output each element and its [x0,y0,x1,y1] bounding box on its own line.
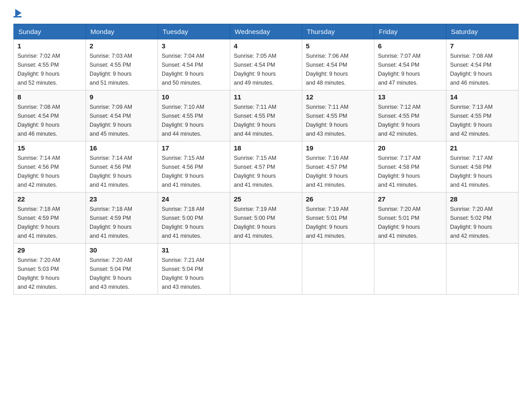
day-number: 20 [378,144,442,152]
calendar-cell: 23Sunrise: 7:18 AMSunset: 4:59 PMDayligh… [86,193,158,244]
day-info: Sunrise: 7:19 AMSunset: 5:01 PMDaylight:… [306,205,370,240]
calendar-cell: 18Sunrise: 7:15 AMSunset: 4:57 PMDayligh… [230,141,302,193]
calendar-cell: 16Sunrise: 7:14 AMSunset: 4:56 PMDayligh… [86,141,158,193]
day-info: Sunrise: 7:05 AMSunset: 4:54 PMDaylight:… [234,51,298,87]
calendar-cell: 22Sunrise: 7:18 AMSunset: 4:59 PMDayligh… [14,193,86,244]
calendar-cell: 13Sunrise: 7:12 AMSunset: 4:55 PMDayligh… [374,90,446,141]
calendar-table: SundayMondayTuesdayWednesdayThursdayFrid… [13,24,519,295]
calendar-cell: 2Sunrise: 7:03 AMSunset: 4:55 PMDaylight… [86,39,158,90]
calendar-cell: 11Sunrise: 7:11 AMSunset: 4:55 PMDayligh… [230,90,302,141]
day-info: Sunrise: 7:15 AMSunset: 4:57 PMDaylight:… [234,154,298,189]
calendar-cell: 14Sunrise: 7:13 AMSunset: 4:55 PMDayligh… [446,90,519,141]
day-number: 1 [17,42,82,50]
calendar-cell: 10Sunrise: 7:10 AMSunset: 4:55 PMDayligh… [158,90,230,141]
day-number: 3 [162,42,226,50]
calendar-cell: 7Sunrise: 7:08 AMSunset: 4:54 PMDaylight… [446,39,519,90]
calendar-cell [302,244,374,295]
day-info: Sunrise: 7:11 AMSunset: 4:55 PMDaylight:… [306,103,370,138]
calendar-cell: 25Sunrise: 7:19 AMSunset: 5:00 PMDayligh… [230,193,302,244]
day-number: 24 [162,195,226,203]
day-info: Sunrise: 7:18 AMSunset: 4:59 PMDaylight:… [17,205,82,240]
day-info: Sunrise: 7:20 AMSunset: 5:01 PMDaylight:… [378,205,442,240]
day-number: 30 [90,246,154,254]
day-number: 12 [306,93,370,101]
calendar-cell: 4Sunrise: 7:05 AMSunset: 4:54 PMDaylight… [230,39,302,90]
calendar-cell: 21Sunrise: 7:17 AMSunset: 4:58 PMDayligh… [446,141,519,193]
calendar-cell: 8Sunrise: 7:08 AMSunset: 4:54 PMDaylight… [14,90,86,141]
day-number: 13 [378,93,442,101]
day-info: Sunrise: 7:06 AMSunset: 4:54 PMDaylight:… [306,51,370,87]
day-info: Sunrise: 7:08 AMSunset: 4:54 PMDaylight:… [17,103,82,138]
day-number: 22 [17,195,82,203]
calendar-header-tuesday: Tuesday [158,24,230,39]
day-number: 5 [306,42,370,50]
day-number: 14 [450,93,515,101]
calendar-cell: 29Sunrise: 7:20 AMSunset: 5:03 PMDayligh… [14,244,86,295]
day-info: Sunrise: 7:14 AMSunset: 4:56 PMDaylight:… [17,154,82,189]
calendar-week-row: 29Sunrise: 7:20 AMSunset: 5:03 PMDayligh… [14,244,519,295]
day-number: 9 [90,93,154,101]
day-number: 10 [162,93,226,101]
calendar-cell: 9Sunrise: 7:09 AMSunset: 4:54 PMDaylight… [86,90,158,141]
day-info: Sunrise: 7:17 AMSunset: 4:58 PMDaylight:… [450,154,515,189]
calendar-week-row: 1Sunrise: 7:02 AMSunset: 4:55 PMDaylight… [14,39,519,90]
calendar-cell: 6Sunrise: 7:07 AMSunset: 4:54 PMDaylight… [374,39,446,90]
day-info: Sunrise: 7:18 AMSunset: 5:00 PMDaylight:… [162,205,226,240]
day-info: Sunrise: 7:17 AMSunset: 4:58 PMDaylight:… [378,154,442,189]
day-number: 25 [234,195,298,203]
calendar-header-monday: Monday [86,24,158,39]
calendar-cell: 30Sunrise: 7:20 AMSunset: 5:04 PMDayligh… [86,244,158,295]
calendar-cell: 17Sunrise: 7:15 AMSunset: 4:56 PMDayligh… [158,141,230,193]
day-number: 17 [162,144,226,152]
day-number: 2 [90,42,154,50]
calendar-cell: 3Sunrise: 7:04 AMSunset: 4:54 PMDaylight… [158,39,230,90]
day-info: Sunrise: 7:03 AMSunset: 4:55 PMDaylight:… [90,51,154,87]
day-number: 18 [234,144,298,152]
logo [13,9,21,15]
day-info: Sunrise: 7:02 AMSunset: 4:55 PMDaylight:… [17,51,82,87]
day-info: Sunrise: 7:10 AMSunset: 4:55 PMDaylight:… [162,103,226,138]
calendar-cell: 1Sunrise: 7:02 AMSunset: 4:55 PMDaylight… [14,39,86,90]
day-number: 27 [378,195,442,203]
day-number: 31 [162,246,226,254]
calendar-cell [230,244,302,295]
day-number: 23 [90,195,154,203]
day-info: Sunrise: 7:08 AMSunset: 4:54 PMDaylight:… [450,51,515,87]
header [13,9,519,15]
day-number: 21 [450,144,515,152]
day-number: 8 [17,93,82,101]
day-info: Sunrise: 7:19 AMSunset: 5:00 PMDaylight:… [234,205,298,240]
day-info: Sunrise: 7:13 AMSunset: 4:55 PMDaylight:… [450,103,515,138]
day-number: 6 [378,42,442,50]
day-number: 28 [450,195,515,203]
day-info: Sunrise: 7:20 AMSunset: 5:04 PMDaylight:… [90,256,154,291]
calendar-cell: 24Sunrise: 7:18 AMSunset: 5:00 PMDayligh… [158,193,230,244]
day-info: Sunrise: 7:16 AMSunset: 4:57 PMDaylight:… [306,154,370,189]
calendar-header-friday: Friday [374,24,446,39]
day-info: Sunrise: 7:21 AMSunset: 5:04 PMDaylight:… [162,256,226,291]
day-number: 16 [90,144,154,152]
day-info: Sunrise: 7:18 AMSunset: 4:59 PMDaylight:… [90,205,154,240]
calendar-week-row: 22Sunrise: 7:18 AMSunset: 4:59 PMDayligh… [14,193,519,244]
calendar-cell: 15Sunrise: 7:14 AMSunset: 4:56 PMDayligh… [14,141,86,193]
calendar-cell [374,244,446,295]
calendar-cell: 31Sunrise: 7:21 AMSunset: 5:04 PMDayligh… [158,244,230,295]
calendar-header-thursday: Thursday [302,24,374,39]
day-info: Sunrise: 7:14 AMSunset: 4:56 PMDaylight:… [90,154,154,189]
calendar-header-sunday: Sunday [14,24,86,39]
calendar-header-saturday: Saturday [446,24,519,39]
calendar-cell: 28Sunrise: 7:20 AMSunset: 5:02 PMDayligh… [446,193,519,244]
calendar-cell: 26Sunrise: 7:19 AMSunset: 5:01 PMDayligh… [302,193,374,244]
day-number: 29 [17,246,82,254]
day-number: 19 [306,144,370,152]
day-info: Sunrise: 7:09 AMSunset: 4:54 PMDaylight:… [90,103,154,138]
calendar-cell: 5Sunrise: 7:06 AMSunset: 4:54 PMDaylight… [302,39,374,90]
calendar-cell [446,244,519,295]
calendar-header-wednesday: Wednesday [230,24,302,39]
day-info: Sunrise: 7:07 AMSunset: 4:54 PMDaylight:… [378,51,442,87]
calendar-week-row: 8Sunrise: 7:08 AMSunset: 4:54 PMDaylight… [14,90,519,141]
day-info: Sunrise: 7:12 AMSunset: 4:55 PMDaylight:… [378,103,442,138]
day-info: Sunrise: 7:20 AMSunset: 5:03 PMDaylight:… [17,256,82,291]
day-info: Sunrise: 7:04 AMSunset: 4:54 PMDaylight:… [162,51,226,87]
day-number: 26 [306,195,370,203]
